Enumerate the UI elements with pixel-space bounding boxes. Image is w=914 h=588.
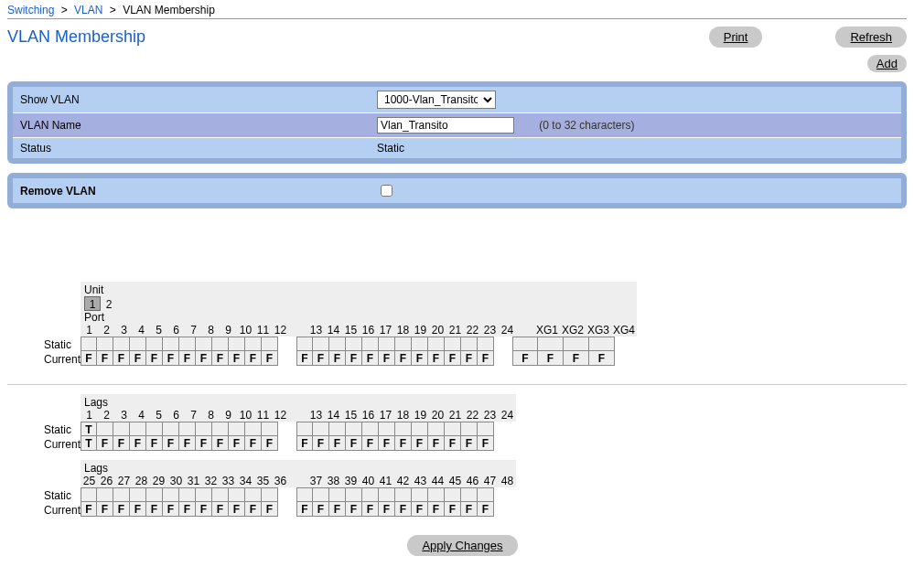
port-static-cell[interactable] <box>313 337 329 351</box>
port-static-cell[interactable] <box>146 337 163 351</box>
port-static-cell[interactable] <box>296 337 313 351</box>
port-static-cell[interactable] <box>146 487 163 502</box>
port-static-cell[interactable] <box>329 487 346 502</box>
unit-label: Unit <box>84 283 103 296</box>
port-static-cell[interactable] <box>296 487 313 502</box>
port-static-cell[interactable] <box>313 487 329 502</box>
port-static-cell[interactable] <box>461 487 478 502</box>
port-static-cell[interactable] <box>478 487 494 502</box>
port-static-cell[interactable] <box>296 422 313 436</box>
port-static-cell[interactable] <box>412 422 428 436</box>
port-static-cell[interactable] <box>428 422 445 436</box>
apply-changes-button[interactable]: Apply Changes <box>407 535 517 556</box>
port-static-cell[interactable] <box>362 487 379 502</box>
breadcrumb-vlan[interactable]: VLAN <box>74 4 102 16</box>
port-static-cell[interactable] <box>163 337 179 351</box>
port-static-cell[interactable] <box>196 337 212 351</box>
port-static-cell[interactable] <box>113 487 130 502</box>
port-current-cell: F <box>113 436 130 451</box>
port-static-cell[interactable] <box>113 422 130 436</box>
port-header-cell: 35 <box>254 475 272 487</box>
port-static-cell[interactable] <box>229 337 245 351</box>
port-static-cell[interactable] <box>212 337 229 351</box>
port-static-cell[interactable] <box>379 422 395 436</box>
port-static-cell[interactable] <box>412 487 428 502</box>
port-static-cell[interactable] <box>163 422 179 436</box>
port-static-cell[interactable] <box>130 337 146 351</box>
port-static-cell[interactable] <box>362 422 379 436</box>
separator <box>7 384 907 385</box>
port-static-cell[interactable]: T <box>81 422 97 436</box>
vlan-name-input[interactable] <box>377 117 514 134</box>
port-static-cell[interactable] <box>179 337 196 351</box>
port-static-cell[interactable] <box>245 422 262 436</box>
port-static-cell[interactable] <box>564 337 589 351</box>
port-static-cell[interactable] <box>196 487 212 502</box>
port-static-cell[interactable] <box>478 422 494 436</box>
port-static-cell[interactable] <box>461 422 478 436</box>
port-header-cell: 18 <box>394 324 412 337</box>
port-static-cell[interactable] <box>362 337 379 351</box>
unit-selector[interactable]: 1 <box>84 296 101 311</box>
port-static-cell[interactable] <box>346 487 362 502</box>
port-static-cell[interactable] <box>478 337 494 351</box>
port-static-cell[interactable] <box>379 337 395 351</box>
port-static-cell[interactable] <box>346 422 362 436</box>
port-static-cell[interactable] <box>212 487 229 502</box>
unit-selector[interactable]: 2 <box>101 298 117 311</box>
port-static-cell[interactable] <box>262 337 278 351</box>
port-static-cell[interactable] <box>395 487 412 502</box>
port-static-cell[interactable] <box>445 337 461 351</box>
port-static-cell[interactable] <box>179 487 196 502</box>
port-static-cell[interactable] <box>313 422 329 436</box>
port-static-cell[interactable] <box>245 487 262 502</box>
port-static-cell[interactable] <box>379 487 395 502</box>
port-static-cell[interactable] <box>428 337 445 351</box>
port-static-cell[interactable] <box>395 422 412 436</box>
port-static-cell[interactable] <box>589 337 615 351</box>
port-static-cell[interactable] <box>81 487 97 502</box>
breadcrumb-switching[interactable]: Switching <box>7 4 54 16</box>
port-static-cell[interactable] <box>130 422 146 436</box>
port-static-cell[interactable] <box>329 422 346 436</box>
port-current-cell: F <box>346 436 362 451</box>
port-static-cell[interactable] <box>130 487 146 502</box>
port-static-cell[interactable] <box>346 337 362 351</box>
port-static-cell[interactable] <box>461 337 478 351</box>
add-button[interactable]: Add <box>867 55 907 72</box>
port-static-cell[interactable] <box>113 337 130 351</box>
port-static-cell[interactable] <box>146 422 163 436</box>
port-static-cell[interactable] <box>196 422 212 436</box>
port-static-cell[interactable] <box>428 487 445 502</box>
port-static-cell[interactable] <box>395 337 412 351</box>
port-static-cell[interactable] <box>262 422 278 436</box>
refresh-button[interactable]: Refresh <box>835 27 907 48</box>
port-static-cell[interactable] <box>245 337 262 351</box>
port-header-cell: 3 <box>115 409 133 422</box>
port-static-cell[interactable] <box>97 422 113 436</box>
remove-vlan-checkbox[interactable] <box>381 185 392 197</box>
port-static-cell[interactable] <box>97 337 113 351</box>
port-current-cell: F <box>412 502 428 517</box>
port-current-cell: F <box>130 502 146 517</box>
breadcrumb-sep: > <box>61 4 68 16</box>
port-static-cell[interactable] <box>179 422 196 436</box>
port-current-cell: F <box>113 502 130 517</box>
port-static-cell[interactable] <box>97 487 113 502</box>
port-static-cell[interactable] <box>81 337 97 351</box>
show-vlan-select[interactable]: 1000-Vlan_Transito <box>377 91 496 109</box>
port-static-cell[interactable] <box>212 422 229 436</box>
print-button[interactable]: Print <box>709 27 763 48</box>
port-header-cell: 19 <box>412 324 429 337</box>
port-static-cell[interactable] <box>329 337 346 351</box>
port-static-cell[interactable] <box>538 337 564 351</box>
port-static-cell[interactable] <box>163 487 179 502</box>
port-static-cell[interactable] <box>412 337 428 351</box>
port-static-cell[interactable] <box>445 422 461 436</box>
port-static-cell[interactable] <box>445 487 461 502</box>
port-static-cell[interactable] <box>229 422 245 436</box>
port-static-cell[interactable] <box>262 487 278 502</box>
port-header-cell: XG4 <box>611 324 637 337</box>
port-static-cell[interactable] <box>229 487 245 502</box>
port-static-cell[interactable] <box>512 337 538 351</box>
